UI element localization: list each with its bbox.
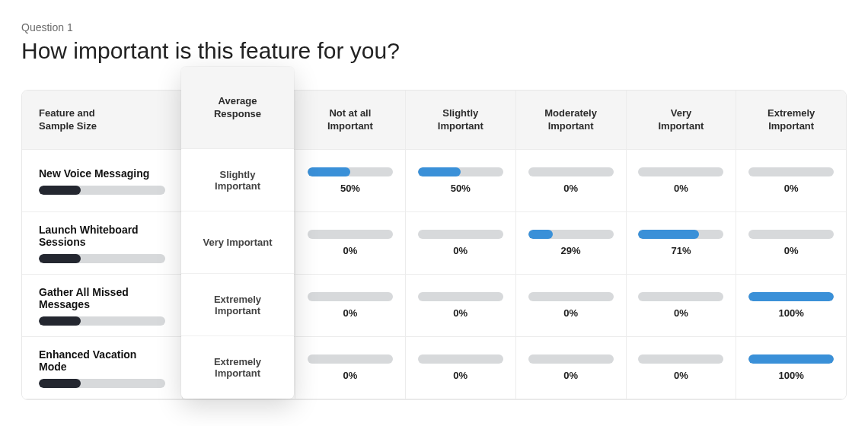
distribution-percent-label: 0% xyxy=(343,307,358,319)
distribution-cell: 29% xyxy=(516,212,627,275)
distribution-cell: 50% xyxy=(406,150,516,212)
sample-size-bar xyxy=(39,186,165,195)
distribution-cell: 100% xyxy=(736,337,846,399)
question-title: How important is this feature for you? xyxy=(21,38,847,64)
distribution-percent-label: 71% xyxy=(671,245,691,256)
distribution-percent-label: 0% xyxy=(343,245,358,256)
col-header-scale: Not at allImportant xyxy=(295,91,406,150)
distribution-cell: 0% xyxy=(295,275,406,337)
distribution-percent-label: 29% xyxy=(561,245,581,256)
col-header-scale: ModeratelyImportant xyxy=(516,91,627,150)
distribution-bar-fill xyxy=(748,354,834,364)
distribution-cell: 0% xyxy=(627,337,737,399)
col-header-scale: ExtremelyImportant xyxy=(736,91,846,150)
distribution-cell: 0% xyxy=(406,337,516,399)
distribution-percent-label: 50% xyxy=(340,183,360,194)
table-row: Gather All Missed MessagesExtremely Impo… xyxy=(22,275,846,337)
table-row: Enhanced Vacation ModeExtremely Importan… xyxy=(22,337,846,399)
col-header-scale: SlightlyImportant xyxy=(406,91,516,150)
sample-size-bar-fill xyxy=(39,379,81,388)
distribution-cell: 0% xyxy=(736,150,846,212)
distribution-percent-label: 0% xyxy=(343,370,358,381)
feature-cell: New Voice Messaging xyxy=(22,150,183,212)
distribution-cell: 0% xyxy=(406,212,516,275)
distribution-bar xyxy=(528,354,614,364)
distribution-cell: 100% xyxy=(736,275,846,337)
distribution-bar xyxy=(748,354,834,364)
distribution-bar xyxy=(418,354,503,364)
distribution-percent-label: 100% xyxy=(779,370,804,381)
distribution-bar xyxy=(638,230,723,239)
col-header-feature: Feature and Sample Size xyxy=(22,91,183,150)
distribution-bar xyxy=(528,292,614,301)
sample-size-bar xyxy=(39,254,165,263)
distribution-cell: 71% xyxy=(627,212,737,275)
distribution-percent-label: 0% xyxy=(453,245,468,256)
distribution-cell: 50% xyxy=(295,150,406,212)
distribution-bar-fill xyxy=(418,167,461,176)
distribution-bar xyxy=(638,292,723,301)
col-header-average: Average Response xyxy=(183,91,295,150)
feature-cell: Enhanced Vacation Mode xyxy=(22,337,183,399)
average-response-cell: Slightly Important xyxy=(183,150,295,212)
sample-size-bar-fill xyxy=(39,316,81,326)
sample-size-bar xyxy=(39,316,165,326)
table-row: Launch Whiteboard SessionsVery Important… xyxy=(22,212,846,275)
distribution-cell: 0% xyxy=(516,275,627,337)
distribution-bar xyxy=(308,354,393,364)
distribution-bar xyxy=(748,230,834,239)
distribution-cell: 0% xyxy=(736,212,846,275)
distribution-bar xyxy=(308,167,393,176)
distribution-bar xyxy=(528,230,614,239)
feature-name: Gather All Missed Messages xyxy=(39,286,165,310)
distribution-percent-label: 0% xyxy=(674,183,688,194)
distribution-bar xyxy=(418,167,503,176)
distribution-percent-label: 100% xyxy=(779,307,804,319)
distribution-bar xyxy=(748,292,834,301)
distribution-percent-label: 50% xyxy=(451,183,471,194)
col-header-feature-l1: Feature and xyxy=(39,107,97,120)
feature-name: New Voice Messaging xyxy=(39,167,165,180)
distribution-cell: 0% xyxy=(516,337,627,399)
distribution-bar xyxy=(308,292,393,301)
distribution-cell: 0% xyxy=(295,337,406,399)
distribution-percent-label: 0% xyxy=(784,245,799,256)
distribution-bar-fill xyxy=(308,167,350,176)
distribution-bar xyxy=(638,354,723,364)
distribution-percent-label: 0% xyxy=(563,307,578,319)
distribution-percent-label: 0% xyxy=(674,370,688,381)
feature-name: Launch Whiteboard Sessions xyxy=(39,224,165,248)
distribution-bar xyxy=(528,167,614,176)
feature-importance-table: Feature and Sample Size Average Response… xyxy=(21,90,847,400)
distribution-bar xyxy=(308,230,393,239)
distribution-cell: 0% xyxy=(627,150,737,212)
distribution-cell: 0% xyxy=(406,275,516,337)
table-row: New Voice MessagingSlightly Important50%… xyxy=(22,150,846,212)
average-response-cell: Very Important xyxy=(183,212,295,275)
feature-cell: Launch Whiteboard Sessions xyxy=(22,212,183,275)
col-header-scale: VeryImportant xyxy=(627,91,737,150)
distribution-bar-fill xyxy=(528,230,553,239)
distribution-percent-label: 0% xyxy=(784,183,799,194)
feature-name: Enhanced Vacation Mode xyxy=(39,348,165,373)
sample-size-bar xyxy=(39,379,165,388)
distribution-percent-label: 0% xyxy=(563,183,578,194)
sample-size-bar-fill xyxy=(39,254,81,263)
distribution-bar xyxy=(748,167,834,176)
average-response-cell: Extremely Important xyxy=(183,337,295,399)
col-header-feature-l2: Sample Size xyxy=(39,120,97,133)
distribution-percent-label: 0% xyxy=(453,307,468,319)
distribution-bar-fill xyxy=(638,230,699,239)
distribution-percent-label: 0% xyxy=(453,370,468,381)
distribution-bar-fill xyxy=(748,292,834,301)
distribution-percent-label: 0% xyxy=(563,370,578,381)
distribution-bar xyxy=(418,292,503,301)
distribution-bar xyxy=(418,230,503,239)
feature-cell: Gather All Missed Messages xyxy=(22,275,183,337)
table-header-row: Feature and Sample Size Average Response… xyxy=(22,91,846,150)
sample-size-bar-fill xyxy=(39,186,81,195)
question-number-label: Question 1 xyxy=(21,21,847,33)
average-response-cell: Extremely Important xyxy=(183,275,295,337)
distribution-bar xyxy=(638,167,723,176)
distribution-percent-label: 0% xyxy=(674,307,688,319)
